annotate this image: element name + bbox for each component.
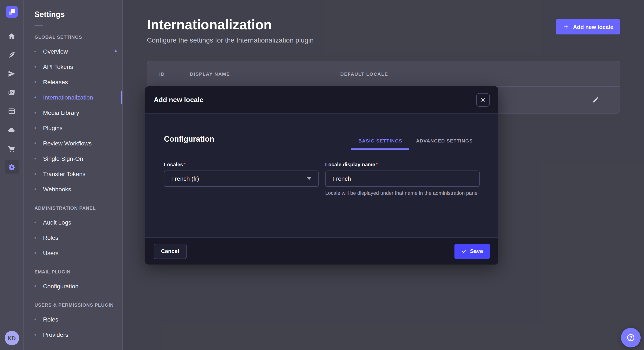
locales-select-value: French (fr): [171, 175, 199, 182]
question-mark-icon: [626, 333, 636, 342]
modal-fields-row: Locales* French (fr) Locale display name…: [164, 160, 480, 197]
required-asterisk: *: [376, 162, 378, 168]
modal-footer: Cancel Save: [145, 237, 498, 265]
required-asterisk: *: [183, 162, 185, 168]
configuration-title: Configuration: [164, 135, 214, 149]
chevron-down-icon: [307, 177, 311, 180]
display-name-hint: Locale will be displayed under that name…: [325, 190, 480, 197]
save-button[interactable]: Save: [454, 243, 490, 259]
check-icon: [461, 248, 466, 254]
close-icon: [480, 96, 486, 103]
settings-tabs: BASIC SETTINGS ADVANCED SETTINGS: [352, 138, 480, 150]
modal-header: Add new locale: [145, 86, 498, 114]
display-name-label: Locale display name*: [325, 162, 378, 168]
modal-title: Add new locale: [154, 96, 204, 104]
display-name-field: Locale display name* Locale will be disp…: [325, 160, 480, 197]
add-locale-modal: Add new locale Configuration BASIC SETTI…: [145, 86, 498, 265]
configuration-header-row: Configuration BASIC SETTINGS ADVANCED SE…: [164, 114, 480, 149]
locales-field: Locales* French (fr): [164, 160, 318, 197]
strapi-admin-app: KD Settings GLOBAL SETTINGS Overview API…: [0, 0, 644, 350]
tab-basic-settings[interactable]: BASIC SETTINGS: [352, 138, 409, 150]
cancel-button[interactable]: Cancel: [154, 243, 186, 259]
modal-close-button[interactable]: [476, 93, 490, 107]
help-button[interactable]: [621, 328, 640, 348]
display-name-input[interactable]: [325, 171, 480, 187]
locales-label: Locales*: [164, 162, 186, 168]
modal-body: Configuration BASIC SETTINGS ADVANCED SE…: [145, 114, 498, 237]
locales-select[interactable]: French (fr): [164, 171, 318, 187]
tab-advanced-settings[interactable]: ADVANCED SETTINGS: [409, 138, 480, 150]
